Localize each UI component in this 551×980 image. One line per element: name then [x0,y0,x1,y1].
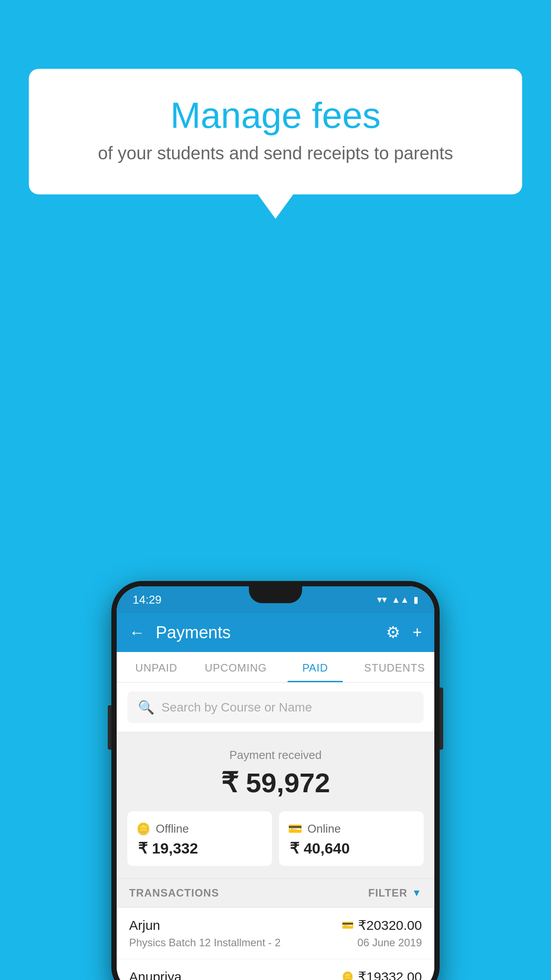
transaction-date: 06 June 2019 [358,937,422,949]
offline-card-header: 🪙 Offline [136,822,263,836]
payment-total-amount: ₹ 59,972 [127,767,424,799]
phone-wrapper: 14:29 ▾▾ ▲▲ ▮ ← Payments ⚙ + UNPAID [111,581,440,980]
filter-label: FILTER [368,887,407,899]
search-container: 🔍 Search by Course or Name [117,683,434,732]
speech-bubble-wrapper: Manage fees of your students and send re… [29,69,522,219]
payment-cards: 🪙 Offline ₹ 19,332 💳 Online ₹ 40,640 [127,811,424,866]
cash-payment-icon: 🪙 [342,971,354,980]
gear-icon[interactable]: ⚙ [386,623,400,642]
search-icon: 🔍 [138,699,154,715]
status-icons: ▾▾ ▲▲ ▮ [377,594,418,605]
transaction-description: Physics Batch 12 Installment - 2 [129,937,280,949]
tab-upcoming[interactable]: UPCOMING [196,652,276,682]
battery-icon: ▮ [413,594,418,605]
transactions-header: TRANSACTIONS FILTER ▼ [117,878,434,908]
offline-payment-card: 🪙 Offline ₹ 19,332 [127,811,272,866]
filter-button[interactable]: FILTER ▼ [368,887,422,899]
filter-icon: ▼ [412,887,422,899]
tab-paid[interactable]: PAID [276,652,355,682]
transaction-amount-wrap-2: 🪙 ₹19332.00 [342,969,422,980]
transaction-amount-wrap: 💳 ₹20320.00 [342,917,422,933]
signal-icon: ▲▲ [391,595,409,605]
tab-unpaid[interactable]: UNPAID [117,652,196,682]
speech-bubble-arrow [258,194,293,219]
transaction-row-top-2: Anupriya 🪙 ₹19332.00 [129,969,422,980]
app-bar: ← Payments ⚙ + [117,613,434,652]
transaction-amount-2: ₹19332.00 [358,969,422,980]
online-payment-card: 💳 Online ₹ 40,640 [279,811,424,866]
speech-bubble: Manage fees of your students and send re… [29,69,522,194]
payment-received-label: Payment received [127,748,424,762]
transaction-amount: ₹20320.00 [358,917,422,933]
transaction-name-2: Anupriya [129,969,181,980]
offline-label: Offline [156,822,189,836]
search-bar[interactable]: 🔍 Search by Course or Name [127,692,424,723]
phone-screen: 14:29 ▾▾ ▲▲ ▮ ← Payments ⚙ + UNPAID [117,586,434,980]
plus-icon[interactable]: + [413,623,422,642]
transaction-row-top: Arjun 💳 ₹20320.00 [129,917,422,933]
card-payment-icon: 💳 [342,920,354,931]
speech-bubble-title: Manage fees [64,95,487,135]
payment-summary: Payment received ₹ 59,972 🪙 Offline ₹ 19… [117,732,434,878]
app-bar-title: Payments [156,623,375,642]
back-button[interactable]: ← [129,623,145,642]
transaction-row-partial[interactable]: Anupriya 🪙 ₹19332.00 [117,959,434,980]
status-bar: 14:29 ▾▾ ▲▲ ▮ [117,586,434,613]
transactions-label: TRANSACTIONS [129,887,219,899]
offline-icon: 🪙 [136,822,150,836]
online-label: Online [307,822,341,836]
search-placeholder: Search by Course or Name [161,700,312,715]
online-icon: 💳 [288,822,302,836]
speech-bubble-subtitle: of your students and send receipts to pa… [64,143,487,163]
transaction-row[interactable]: Arjun 💳 ₹20320.00 Physics Batch 12 Insta… [117,908,434,959]
online-amount: ₹ 40,640 [288,839,415,857]
transaction-name: Arjun [129,918,160,933]
phone-frame: 14:29 ▾▾ ▲▲ ▮ ← Payments ⚙ + UNPAID [111,581,440,980]
offline-amount: ₹ 19,332 [136,839,263,857]
status-time: 14:29 [133,593,161,607]
online-card-header: 💳 Online [288,822,415,836]
transaction-row-bottom: Physics Batch 12 Installment - 2 06 June… [129,937,422,949]
app-bar-icons: ⚙ + [386,623,422,642]
tabs: UNPAID UPCOMING PAID STUDENTS [117,652,434,683]
wifi-icon: ▾▾ [377,594,387,605]
tab-students[interactable]: STUDENTS [355,652,434,682]
notch [249,586,302,603]
